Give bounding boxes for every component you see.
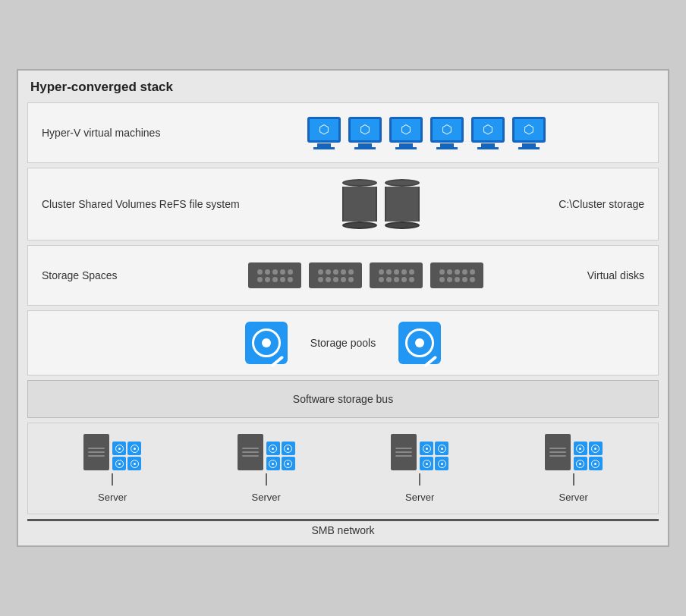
server-label-4: Server <box>559 492 588 503</box>
server-drives-1 <box>112 442 141 470</box>
hdd-icon-right <box>398 322 441 364</box>
disk-array-icon-4 <box>430 262 483 288</box>
vm-row: Hyper-V virtual machines ⬡ ⬡ ⬡ ⬡ <box>27 102 659 163</box>
storage-spaces-label: Storage Spaces <box>42 269 209 281</box>
diagram-title: Hyper-converged stack <box>27 80 659 95</box>
disk-array-icon-3 <box>370 262 423 288</box>
diagram-container: Hyper-converged stack Hyper-V virtual ma… <box>17 69 669 547</box>
server-box-1 <box>83 434 109 470</box>
server-drives-4 <box>574 442 603 470</box>
server-drives-2 <box>266 442 295 470</box>
server-unit-1: Server <box>83 434 141 503</box>
csv-row: Cluster Shared Volumes ReFS file system … <box>27 168 659 240</box>
monitor-icon-1: ⬡ <box>307 117 341 149</box>
cube-glyph: ⬡ <box>319 122 329 137</box>
server-drives-3 <box>420 442 448 470</box>
server-connector-3 <box>419 473 420 486</box>
cylinder-icon-2 <box>385 179 420 229</box>
bus-row: Software storage bus <box>27 380 659 418</box>
csv-label-right: C:\Cluster storage <box>523 198 644 210</box>
server-box-3 <box>391 434 417 470</box>
disk-array-icons <box>209 262 523 288</box>
monitor-icon-6: ⬡ <box>512 117 546 149</box>
disk-array-icon-2 <box>309 262 362 288</box>
monitor-icon-2: ⬡ <box>348 117 382 149</box>
server-unit-4: Server <box>545 434 603 503</box>
csv-label: Cluster Shared Volumes ReFS file system <box>42 198 240 210</box>
server-label-3: Server <box>405 492 434 503</box>
monitor-icon-4: ⬡ <box>430 117 464 149</box>
smb-row: SMB network <box>27 519 659 536</box>
monitor-icon-3: ⬡ <box>389 117 423 149</box>
server-unit-2: Server <box>238 434 295 503</box>
vm-label: Hyper-V virtual machines <box>42 127 209 139</box>
server-connector-1 <box>112 473 113 486</box>
storage-pools-row: Storage pools <box>27 310 659 376</box>
server-box-2 <box>238 434 263 470</box>
storage-pools-label: Storage pools <box>310 337 376 349</box>
cylinder-icon-1 <box>342 179 377 229</box>
server-label-1: Server <box>98 492 127 503</box>
server-connector-2 <box>266 473 267 486</box>
storage-spaces-row: Storage Spaces Virtual disks <box>27 245 659 306</box>
server-box-4 <box>545 434 571 470</box>
hdd-icon-left <box>245 322 288 364</box>
bus-label: Software storage bus <box>293 393 393 405</box>
storage-pools-icons: Storage pools <box>42 322 644 364</box>
server-label-2: Server <box>252 492 281 503</box>
server-connector-4 <box>573 473 574 486</box>
csv-icons <box>240 179 523 229</box>
server-row: Server Server <box>27 423 659 514</box>
monitor-icon-5: ⬡ <box>471 117 505 149</box>
server-unit-3: Server <box>391 434 448 503</box>
vm-icons: ⬡ ⬡ ⬡ ⬡ ⬡ <box>209 117 644 149</box>
smb-label: SMB network <box>311 524 374 536</box>
disk-array-icon-1 <box>248 262 301 288</box>
virtual-disks-label: Virtual disks <box>523 269 644 281</box>
smb-line <box>27 519 659 521</box>
